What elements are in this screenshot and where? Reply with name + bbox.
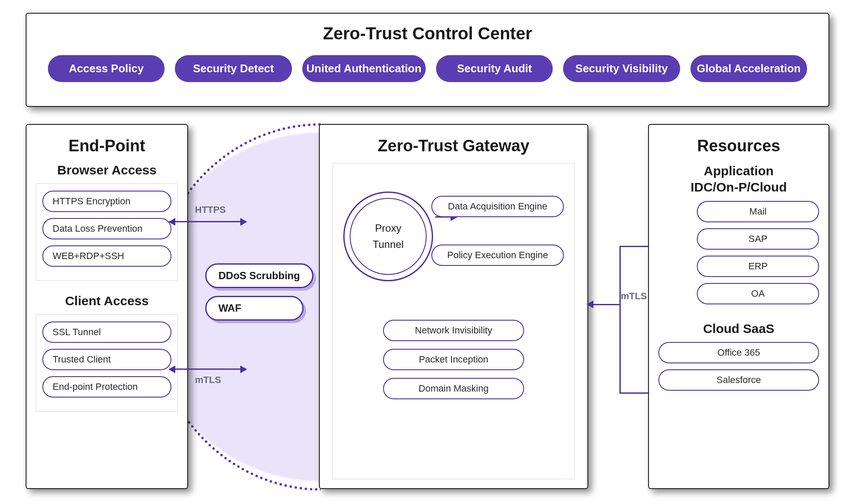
- browser-access-box: HTTPS Encryption Data Loss Prevention WE…: [36, 183, 178, 281]
- branch-v-main: [619, 246, 621, 393]
- client-access-title: Client Access: [36, 294, 178, 308]
- proxy-line1: Proxy: [375, 220, 401, 236]
- item-network-invisibility: Network Invisibility: [383, 320, 524, 341]
- item-packet-inception: Packet Inception: [383, 349, 524, 370]
- gateway-panel: Zero-Trust Gateway Proxy Tunnel Data Acq…: [319, 124, 588, 489]
- resources-title: Resources: [658, 137, 819, 155]
- client-access-box: SSL Tunnel Trusted Client End-point Prot…: [36, 314, 178, 412]
- label-mtls-right: mTLS: [621, 291, 647, 302]
- proxy-tunnel-label: Proxy Tunnel: [350, 198, 427, 275]
- label-mtls-left: mTLS: [195, 374, 221, 386]
- branch-h-main: [593, 304, 621, 305]
- control-center-pill-row: Access Policy Security Detect United Aut…: [44, 55, 811, 82]
- apps-section: ApplicationIDC/On-P/Cloud Mail SAP ERP O…: [658, 163, 819, 304]
- saas-section: Cloud SaaS Office 365 Salesforce: [658, 321, 819, 391]
- label-https: HTTPS: [195, 204, 226, 215]
- gateway-inner-box: Proxy Tunnel Data Acquisition Engine Pol…: [333, 163, 575, 479]
- pill-united-authentication: United Authentication: [302, 55, 426, 82]
- item-policy-execution-engine: Policy Execution Engine: [431, 245, 564, 266]
- item-endpoint-protection: End-point Protection: [42, 376, 171, 398]
- pill-waf: WAF: [205, 296, 304, 321]
- item-ssl-tunnel: SSL Tunnel: [42, 321, 171, 343]
- apps-title: ApplicationIDC/On-P/Cloud: [658, 163, 819, 195]
- item-mail: Mail: [697, 201, 819, 222]
- pill-security-audit: Security Audit: [436, 55, 553, 82]
- proxy-tunnel-circle: Proxy Tunnel: [343, 192, 433, 281]
- arrowhead-into-gateway: [587, 301, 593, 308]
- arrow-browser-https: [169, 221, 246, 222]
- control-center-title: Zero-Trust Control Center: [44, 24, 811, 43]
- gateway-top-area: Proxy Tunnel Data Acquisition Engine Pol…: [343, 183, 564, 294]
- item-erp: ERP: [697, 256, 819, 277]
- browser-access-title: Browser Access: [36, 163, 178, 177]
- engine-stack: Data Acquisition Engine Policy Execution…: [431, 196, 564, 272]
- endpoint-title: End-Point: [36, 137, 178, 155]
- item-office-365: Office 365: [658, 342, 819, 363]
- pill-security-visibility: Security Visibility: [563, 55, 680, 82]
- item-salesforce: Salesforce: [658, 369, 819, 391]
- control-center-panel: Zero-Trust Control Center Access Policy …: [26, 13, 829, 107]
- item-web-rdp-ssh: WEB+RDP+SSH: [42, 245, 171, 267]
- gateway-feature-list: Network Invisibility Packet Inception Do…: [339, 320, 568, 405]
- pill-ddos-scrubbing: DDoS Scrubbing: [205, 263, 313, 288]
- item-data-loss-prevention: Data Loss Prevention: [42, 218, 171, 239]
- apps-list: Mail SAP ERP OA: [658, 201, 819, 304]
- pill-global-acceleration: Global Acceleration: [690, 55, 807, 82]
- pill-access-policy: Access Policy: [48, 55, 165, 82]
- saas-title: Cloud SaaS: [658, 321, 819, 336]
- item-trusted-client: Trusted Client: [42, 349, 171, 370]
- item-https-encryption: HTTPS Encryption: [42, 191, 171, 212]
- item-sap: SAP: [697, 228, 819, 250]
- pill-security-detect: Security Detect: [175, 55, 292, 82]
- resources-panel: Resources ApplicationIDC/On-P/Cloud Mail…: [648, 124, 829, 489]
- item-oa: OA: [697, 283, 819, 304]
- endpoint-panel: End-Point Browser Access HTTPS Encryptio…: [26, 124, 188, 489]
- item-data-acquisition-engine: Data Acquisition Engine: [431, 196, 564, 217]
- arrow-client-mtls: [169, 368, 246, 370]
- gateway-title: Zero-Trust Gateway: [333, 137, 575, 155]
- proxy-line2: Tunnel: [373, 236, 404, 253]
- item-domain-masking: Domain Masking: [383, 378, 524, 399]
